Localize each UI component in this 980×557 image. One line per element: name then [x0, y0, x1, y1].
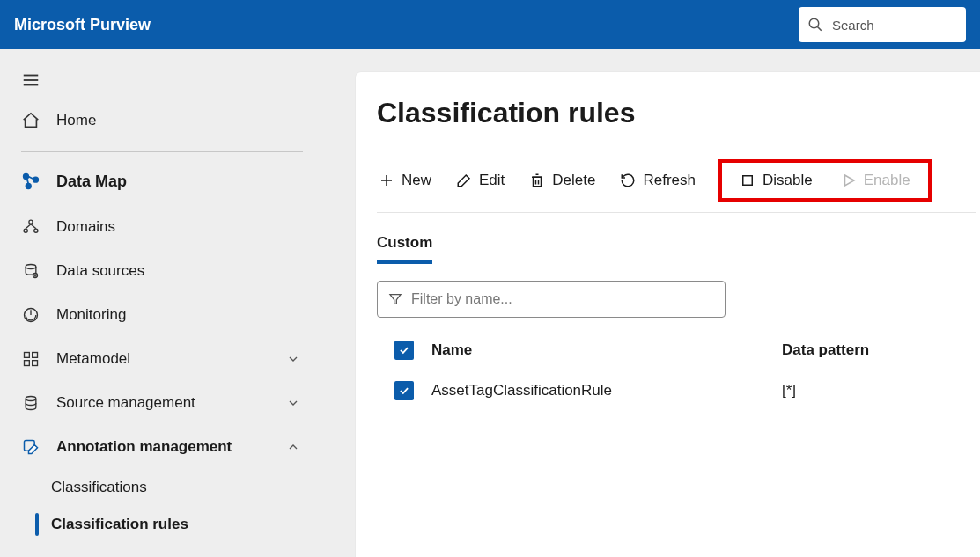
svg-point-24	[26, 397, 36, 401]
sidebar-divider	[21, 151, 303, 152]
svg-point-11	[24, 229, 27, 232]
domains-icon	[21, 218, 41, 236]
grid-row[interactable]: AssetTagClassificationRule [*]	[377, 370, 976, 411]
grid-header: Name Data pattern	[377, 330, 976, 370]
sidebar-subitem-classification-rules[interactable]: Classification rules	[0, 506, 324, 543]
svg-point-0	[809, 18, 819, 28]
monitoring-icon	[21, 306, 41, 324]
search-input[interactable]	[832, 18, 957, 33]
column-header-name[interactable]: Name	[431, 341, 782, 359]
sidebar-item-annotation-management[interactable]: Annotation management	[0, 425, 324, 469]
filter-input[interactable]	[411, 291, 714, 307]
home-icon	[21, 111, 41, 130]
sidebar-item-label: Source management	[56, 394, 268, 412]
sidebar-item-domains[interactable]: Domains	[0, 205, 324, 249]
sidebar-item-monitoring[interactable]: Monitoring	[0, 293, 324, 337]
sidebar-item-label: Monitoring	[56, 306, 303, 324]
annotation-management-icon	[21, 438, 41, 456]
row-checkbox[interactable]	[394, 381, 414, 400]
top-bar: Microsoft Purview	[0, 0, 980, 49]
svg-line-14	[31, 224, 36, 229]
svg-rect-33	[743, 176, 753, 186]
sidebar: Home Data Map Domains	[0, 49, 324, 557]
main-area: Classification rules New Edit Delete Ref…	[324, 49, 980, 557]
delete-button[interactable]: Delete	[527, 168, 597, 193]
page-title: Classification rules	[377, 97, 976, 129]
disable-enable-callout: Disable Enable	[718, 159, 932, 202]
svg-rect-21	[33, 353, 38, 358]
global-search[interactable]	[799, 7, 966, 42]
svg-rect-23	[33, 361, 38, 366]
refresh-button[interactable]: Refresh	[618, 168, 697, 193]
toolbar: New Edit Delete Refresh Disa	[377, 154, 976, 213]
data-map-icon	[21, 171, 41, 192]
svg-point-12	[34, 229, 38, 232]
sidebar-item-home[interactable]: Home	[0, 99, 324, 143]
svg-point-5	[24, 174, 29, 180]
sidebar-item-label: Annotation management	[56, 438, 268, 456]
sidebar-item-label: Metamodel	[56, 350, 268, 368]
new-button[interactable]: New	[377, 168, 433, 193]
svg-marker-34	[844, 175, 854, 186]
svg-rect-28	[534, 177, 542, 187]
button-label: Refresh	[643, 172, 696, 189]
search-icon	[807, 17, 823, 33]
row-name: AssetTagClassificationRule	[431, 382, 782, 399]
brand-title: Microsoft Purview	[14, 16, 151, 34]
button-label: Enable	[864, 172, 910, 189]
button-label: Edit	[479, 172, 505, 189]
sidebar-item-label: Home	[56, 112, 303, 129]
chevron-down-icon	[284, 352, 303, 366]
svg-line-1	[817, 26, 821, 30]
sidebar-subitem-label: Classification rules	[51, 516, 188, 533]
source-management-icon	[21, 394, 41, 412]
sidebar-subitem-label: Classifications	[51, 479, 147, 496]
svg-line-9	[28, 177, 33, 180]
enable-button[interactable]: Enable	[839, 168, 912, 193]
hamburger-button[interactable]	[0, 58, 324, 99]
sidebar-item-metamodel[interactable]: Metamodel	[0, 337, 324, 381]
svg-line-13	[26, 224, 31, 229]
svg-point-7	[26, 184, 32, 189]
sidebar-item-source-management[interactable]: Source management	[0, 381, 324, 425]
edit-button[interactable]: Edit	[454, 168, 506, 193]
row-pattern: [*]	[782, 382, 976, 399]
column-header-pattern[interactable]: Data pattern	[782, 341, 976, 359]
svg-point-15	[26, 265, 36, 269]
filter-box[interactable]	[377, 281, 726, 318]
svg-point-10	[29, 220, 33, 224]
filter-icon	[388, 292, 402, 306]
select-all-checkbox[interactable]	[394, 341, 414, 360]
rules-grid: Name Data pattern AssetTagClassification…	[377, 330, 976, 411]
data-sources-icon	[21, 262, 41, 280]
button-label: New	[402, 172, 431, 189]
chevron-down-icon	[284, 396, 303, 410]
tabs: Custom	[377, 225, 976, 265]
chevron-up-icon	[284, 440, 303, 454]
svg-line-8	[26, 178, 28, 183]
sidebar-section-data-map[interactable]: Data Map	[0, 158, 324, 205]
sidebar-subitem-classifications[interactable]: Classifications	[0, 469, 324, 506]
svg-rect-20	[25, 353, 30, 358]
button-label: Delete	[552, 172, 595, 189]
svg-marker-35	[390, 295, 401, 304]
sidebar-item-label: Data sources	[56, 262, 303, 280]
svg-point-6	[33, 177, 39, 182]
sidebar-item-label: Domains	[56, 218, 303, 236]
svg-rect-22	[25, 361, 30, 366]
sidebar-item-data-sources[interactable]: Data sources	[0, 249, 324, 293]
sidebar-section-label: Data Map	[56, 172, 127, 191]
button-label: Disable	[763, 172, 813, 189]
metamodel-icon	[21, 350, 41, 368]
tab-custom[interactable]: Custom	[377, 225, 432, 264]
disable-button[interactable]: Disable	[738, 168, 814, 193]
